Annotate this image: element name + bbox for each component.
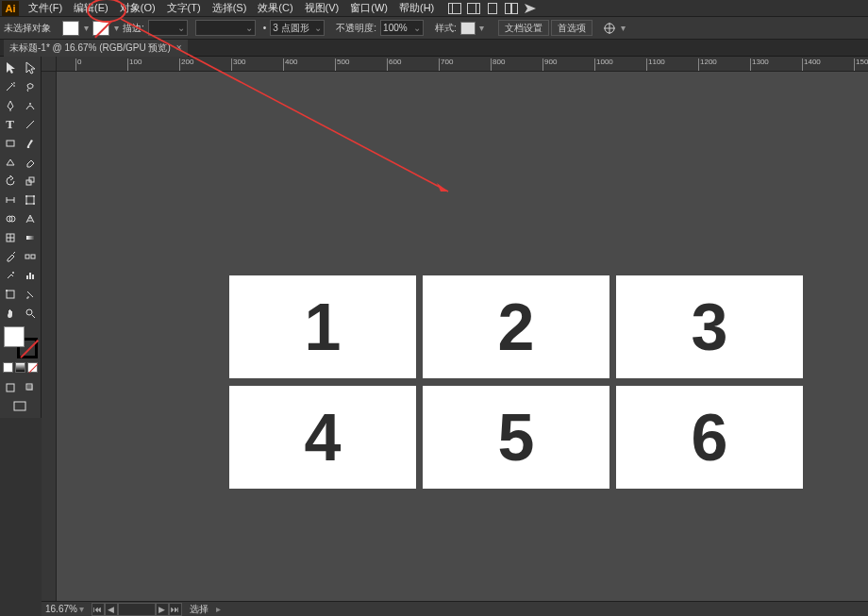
preferences-button[interactable]: 首选项 [551, 20, 593, 36]
menu-effect[interactable]: 效果(C) [252, 0, 298, 16]
gradient-tool[interactable] [20, 228, 40, 247]
menu-window[interactable]: 窗口(W) [344, 0, 393, 16]
vertical-ruler[interactable] [42, 72, 57, 601]
mesh-tool[interactable] [0, 228, 20, 247]
ruler-tick [646, 58, 647, 72]
color-mode-none[interactable] [27, 362, 38, 373]
width-tool[interactable] [0, 191, 20, 209]
hand-tool[interactable] [0, 304, 20, 323]
menu-object[interactable]: 对象(O) [114, 0, 161, 16]
paintbrush-tool[interactable] [20, 134, 40, 153]
stroke-weight-input[interactable]: ⌄ [148, 20, 188, 36]
fill-swatch[interactable] [62, 21, 79, 36]
fill-dropdown[interactable]: ▾ [81, 21, 91, 36]
layout2-icon[interactable] [466, 2, 481, 15]
close-tab-button[interactable]: × [176, 42, 182, 53]
document-tab-strip: 未标题-1* @ 16.67% (RGB/GPU 预览) × [0, 40, 868, 57]
menu-select[interactable]: 选择(S) [207, 0, 253, 16]
fill-box[interactable] [4, 326, 25, 347]
artboard-1[interactable]: 1 [229, 275, 416, 378]
svg-rect-5 [506, 3, 511, 13]
ruler-tick [542, 58, 543, 72]
zoom-tool[interactable] [20, 304, 40, 323]
rectangle-tool[interactable] [0, 134, 20, 153]
document-setup-button[interactable]: 文档设置 [498, 20, 549, 36]
pen-tool[interactable] [0, 96, 20, 115]
draw-mode-behind[interactable] [20, 378, 40, 397]
svg-rect-28 [26, 275, 28, 279]
fill-stroke-indicator[interactable] [4, 326, 38, 358]
nav-first[interactable]: ⏮ [92, 603, 105, 616]
screen-mode-button[interactable] [0, 397, 40, 416]
nav-current[interactable] [118, 603, 156, 616]
ruler-tick-label: 300 [233, 58, 245, 66]
zoom-value[interactable]: 16.67% [45, 604, 77, 614]
color-mode-solid[interactable] [3, 362, 13, 373]
rotate-tool[interactable] [0, 172, 20, 191]
perspective-grid-tool[interactable] [20, 209, 40, 228]
menu-bar: Ai 文件(F) 编辑(E) 对象(O) 文字(T) 选择(S) 效果(C) 视… [0, 0, 868, 17]
shape-builder-tool[interactable] [0, 209, 20, 228]
horizontal-ruler[interactable]: 0100200300400500600700800900100011001200… [57, 57, 868, 72]
selection-tool[interactable] [0, 58, 20, 77]
opacity-label: 不透明度: [336, 22, 376, 35]
nav-prev[interactable]: ◀ [105, 603, 118, 616]
align-dropdown[interactable]: ▾ [619, 21, 628, 36]
magic-wand-tool[interactable] [0, 77, 20, 96]
document-tab[interactable]: 未标题-1* @ 16.67% (RGB/GPU 预览) × [4, 40, 188, 57]
opacity-input[interactable]: 100%⌄ [380, 20, 424, 36]
artboard-4[interactable]: 4 [229, 386, 416, 489]
draw-mode-normal[interactable] [0, 378, 20, 397]
stroke-dropdown[interactable]: ▾ [111, 21, 121, 36]
type-tool[interactable]: T [0, 115, 20, 134]
stroke-swatch[interactable] [92, 21, 109, 36]
style-combo[interactable]: 3 点圆形⌄ [270, 20, 325, 36]
column-graph-tool[interactable] [20, 266, 40, 285]
curvature-tool[interactable] [20, 96, 40, 115]
send-icon[interactable] [523, 2, 538, 15]
symbol-sprayer-tool[interactable] [0, 266, 20, 285]
ruler-tick-label: 100 [129, 58, 142, 66]
menu-edit[interactable]: 编辑(E) [68, 0, 114, 16]
status-dropdown-icon[interactable]: ▸ [216, 604, 221, 614]
eyedropper-tool[interactable] [0, 247, 20, 266]
scale-tool[interactable] [20, 172, 40, 191]
blend-tool[interactable] [20, 247, 40, 266]
artboard-5[interactable]: 5 [423, 386, 609, 489]
brush-combo[interactable]: ⌄ [195, 20, 256, 36]
menubar-extra-icons [447, 2, 538, 15]
line-tool[interactable] [20, 115, 40, 134]
artboard-2[interactable]: 2 [423, 275, 609, 378]
nav-next[interactable]: ▶ [156, 603, 169, 616]
eraser-tool[interactable] [20, 153, 40, 172]
align-icon[interactable] [602, 22, 617, 35]
graphic-style-swatch[interactable] [460, 22, 476, 35]
ruler-tick [335, 58, 336, 72]
artboard-6[interactable]: 6 [616, 386, 803, 489]
arrange-icon[interactable] [504, 2, 519, 15]
artboard-tool[interactable] [0, 285, 20, 304]
lasso-tool[interactable] [20, 77, 40, 96]
layout-icon[interactable] [447, 2, 462, 15]
zoom-dropdown-icon[interactable]: ▾ [79, 604, 84, 614]
svg-rect-2 [468, 3, 480, 13]
menu-file[interactable]: 文件(F) [23, 0, 68, 16]
ruler-tick [802, 58, 803, 72]
graphic-style-dropdown[interactable]: ▾ [477, 21, 487, 36]
nav-last[interactable]: ⏭ [169, 603, 182, 616]
shaper-tool[interactable] [0, 153, 20, 172]
menu-help[interactable]: 帮助(H) [393, 0, 440, 16]
status-tool-label: 选择 [190, 603, 209, 616]
menu-view[interactable]: 视图(V) [299, 0, 345, 16]
artboard-3[interactable]: 3 [616, 275, 803, 378]
canvas[interactable]: 1 2 3 4 5 6 [57, 72, 868, 601]
svg-rect-31 [7, 291, 14, 298]
color-mode-gradient[interactable] [15, 362, 25, 373]
svg-rect-15 [26, 196, 34, 204]
direct-selection-tool[interactable] [20, 58, 40, 77]
ruler-origin[interactable] [42, 57, 57, 72]
free-transform-tool[interactable] [20, 191, 40, 209]
menu-type[interactable]: 文字(T) [161, 0, 207, 16]
slice-tool[interactable] [20, 285, 40, 304]
document-icon[interactable] [485, 2, 500, 15]
